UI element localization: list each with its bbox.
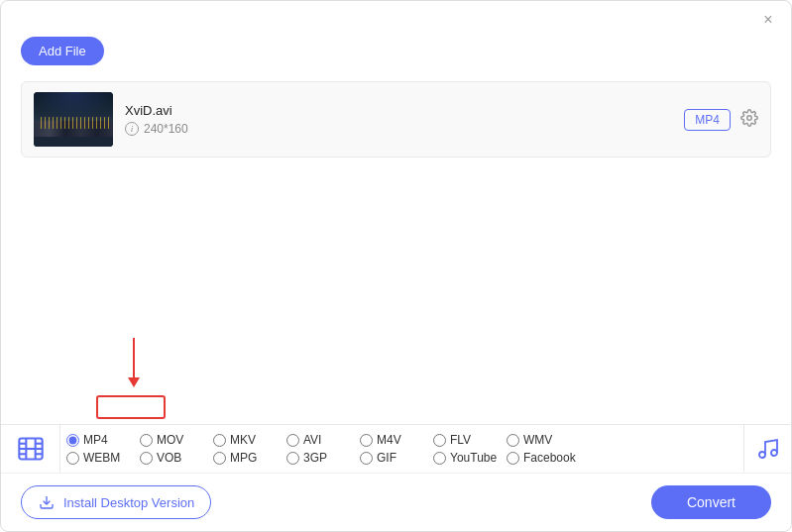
- format-option-mkv[interactable]: MKV: [213, 433, 283, 447]
- format-option-webm[interactable]: WEBM: [66, 451, 136, 465]
- label-facebook: Facebook: [523, 451, 576, 465]
- format-option-facebook[interactable]: Facebook: [507, 451, 576, 465]
- format-option-avi[interactable]: AVI: [286, 433, 356, 447]
- close-button[interactable]: ×: [759, 11, 777, 29]
- app-window: × Add File XviD.avi i 240*160 MP4: [0, 0, 792, 532]
- label-webm: WEBM: [83, 451, 120, 465]
- format-option-m4v[interactable]: M4V: [360, 433, 429, 447]
- format-row-1: MP4 MOV MKV AVI M4V: [66, 433, 737, 447]
- label-mov: MOV: [157, 433, 183, 447]
- radio-facebook[interactable]: [507, 452, 519, 465]
- audio-format-icon[interactable]: [743, 425, 791, 473]
- label-mkv: MKV: [230, 433, 256, 447]
- download-icon: [38, 493, 56, 511]
- file-list: XviD.avi i 240*160 MP4: [21, 81, 771, 158]
- file-item: XviD.avi i 240*160 MP4: [22, 82, 770, 157]
- file-name: XviD.avi: [125, 103, 672, 118]
- radio-youtube[interactable]: [433, 452, 446, 465]
- radio-flv[interactable]: [433, 434, 446, 447]
- label-avi: AVI: [303, 433, 321, 447]
- format-badge[interactable]: MP4: [684, 109, 731, 131]
- file-resolution: 240*160: [144, 122, 188, 136]
- install-label: Install Desktop Version: [63, 495, 194, 510]
- label-mp4: MP4: [83, 433, 108, 447]
- svg-point-0: [747, 115, 752, 120]
- radio-m4v[interactable]: [360, 434, 373, 447]
- arrow-head: [128, 377, 140, 387]
- format-option-mpg[interactable]: MPG: [213, 451, 283, 465]
- file-meta: i 240*160: [125, 122, 672, 136]
- svg-point-9: [759, 452, 765, 458]
- arrow-annotation: [128, 338, 140, 387]
- format-option-gif[interactable]: GIF: [360, 451, 429, 465]
- format-option-flv[interactable]: FLV: [433, 433, 503, 447]
- label-m4v: M4V: [377, 433, 401, 447]
- radio-vob[interactable]: [140, 452, 153, 465]
- label-mpg: MPG: [230, 451, 257, 465]
- file-thumbnail: [34, 92, 113, 147]
- file-info: XviD.avi i 240*160: [125, 103, 672, 136]
- format-rows: MP4 MOV MKV AVI M4V: [60, 425, 743, 473]
- label-3gp: 3GP: [303, 451, 327, 465]
- format-option-wmv[interactable]: WMV: [507, 433, 576, 447]
- label-flv: FLV: [450, 433, 471, 447]
- format-option-youtube[interactable]: YouTube: [433, 451, 503, 465]
- label-gif: GIF: [377, 451, 396, 465]
- format-option-mov[interactable]: MOV: [140, 433, 209, 447]
- video-format-icon[interactable]: [1, 425, 60, 473]
- radio-mov[interactable]: [140, 434, 153, 447]
- install-desktop-button[interactable]: Install Desktop Version: [21, 485, 211, 519]
- format-option-vob[interactable]: VOB: [140, 451, 209, 465]
- radio-mkv[interactable]: [213, 434, 226, 447]
- info-icon[interactable]: i: [125, 122, 139, 136]
- bottom-bar: Install Desktop Version Convert: [1, 473, 791, 531]
- format-option-mp4[interactable]: MP4: [66, 433, 136, 447]
- radio-mpg[interactable]: [213, 452, 226, 465]
- svg-point-10: [771, 450, 777, 456]
- radio-gif[interactable]: [360, 452, 373, 465]
- format-row-2: WEBM VOB MPG 3GP GIF: [66, 451, 737, 465]
- label-vob: VOB: [157, 451, 181, 465]
- radio-wmv[interactable]: [507, 434, 519, 447]
- format-panel: MP4 MOV MKV AVI M4V: [1, 424, 791, 473]
- radio-avi[interactable]: [286, 434, 299, 447]
- add-file-button[interactable]: Add File: [21, 37, 104, 65]
- main-content: [1, 165, 791, 424]
- radio-mp4[interactable]: [66, 434, 79, 447]
- radio-webm[interactable]: [66, 452, 79, 465]
- label-youtube: YouTube: [450, 451, 497, 465]
- format-option-3gp[interactable]: 3GP: [286, 451, 356, 465]
- settings-icon[interactable]: [740, 109, 758, 131]
- radio-3gp[interactable]: [286, 452, 299, 465]
- title-bar: ×: [1, 1, 791, 29]
- file-actions: MP4: [684, 109, 758, 131]
- arrow-line: [133, 338, 135, 377]
- label-wmv: WMV: [523, 433, 552, 447]
- top-area: Add File: [1, 29, 791, 73]
- convert-button[interactable]: Convert: [651, 485, 771, 519]
